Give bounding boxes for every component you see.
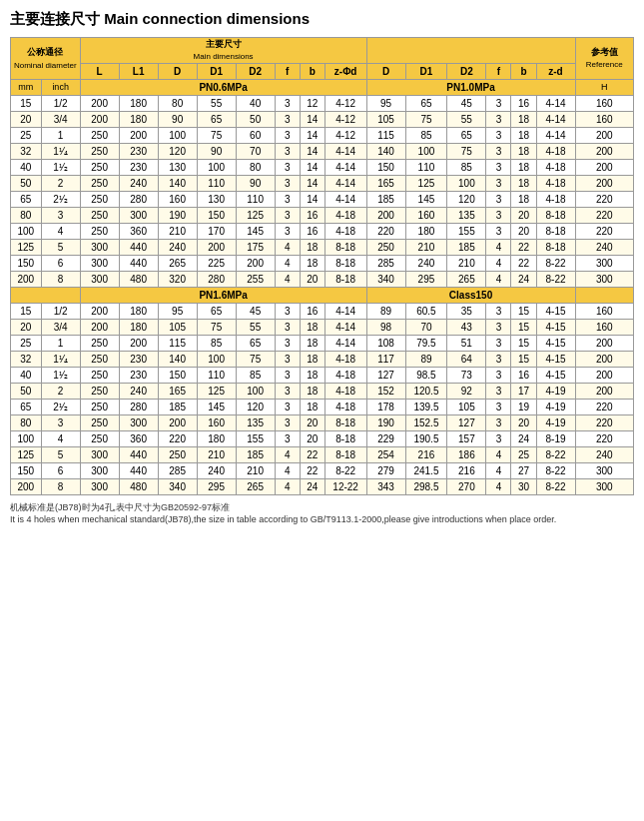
mm-label: mm: [11, 80, 42, 96]
D1-ref-header: D1: [405, 64, 447, 80]
footnote-line2: It is 4 holes when mechanical standard(J…: [10, 514, 634, 524]
inch-label: inch: [41, 80, 80, 96]
H-spacer2: [575, 288, 634, 304]
D2-ref-header: D2: [447, 64, 486, 80]
table-row: 502250240140110903144-141651251003184-18…: [11, 176, 634, 192]
units-row: mm inch PN0.6MPa PN1.0MPa H: [11, 80, 634, 96]
b-header: b: [300, 64, 324, 80]
table-subheader: L L1 D D1 D2 f b z-Φd D D1 D2 f b z-d: [11, 64, 634, 80]
pn16-section-label: PN1.6MPa: [80, 288, 366, 304]
table-header-top: 公称通径Nominal diameter 主要尺寸Main dimensions…: [11, 38, 634, 64]
pn06-label: PN0.6MPa: [80, 80, 366, 96]
class150-section-label: Class150: [366, 288, 575, 304]
table-row: 203/42001809065503144-1210575553184-1416…: [11, 112, 634, 128]
table-row: 151/22001808055403124-129565453164-14160: [11, 96, 634, 112]
table-row: 25125020010075603144-1211585653184-14200: [11, 128, 634, 144]
table-row: 401¹⁄₂250230150110853184-1812798.5733164…: [11, 368, 634, 384]
table-row: 20083004803202802554208-183402952654248-…: [11, 272, 634, 288]
table-row: 8032503001901501253164-182001601353208-1…: [11, 208, 634, 224]
table-row: 12553004402502101854228-182542161864258-…: [11, 447, 634, 463]
table-row: 15063004402852402104228-22279241.5216427…: [11, 463, 634, 479]
table-row: 25125020011585653184-1410879.5513154-152…: [11, 336, 634, 352]
f-ref-header: f: [486, 64, 511, 80]
footnote-line1: 机械标准是(JB78)时为4孔,表中尺寸为GB20592-97标准: [10, 501, 634, 514]
table-row: 151/22001809565453164-148960.5353154-151…: [11, 304, 634, 320]
table-row: 200830048034029526542412-22343298.527043…: [11, 479, 634, 495]
D1-header: D1: [197, 64, 236, 80]
ref-dimensions-header: [366, 38, 575, 64]
table-row: 5022502401651251003184-18152120.5923174-…: [11, 384, 634, 400]
pn10-label: PN1.0MPa: [366, 80, 575, 96]
H-unit: H: [575, 80, 634, 96]
main-dimensions-header: 主要尺寸Main dimensions: [80, 38, 366, 64]
zpd-header: z-Φd: [324, 64, 366, 80]
D-ref-header: D: [366, 64, 405, 80]
table-row: 401¹⁄₂250230130100803144-14150110853184-…: [11, 160, 634, 176]
L-header: L: [80, 64, 119, 80]
table-row: 652¹⁄₂2502801851451203184-18178139.51053…: [11, 400, 634, 415]
table-row: 321¹⁄₄25023012090703144-14140100753184-1…: [11, 144, 634, 160]
mm-inch-spacer: [11, 288, 81, 304]
table-row: 10042503602201801553208-18229190.5157324…: [11, 431, 634, 447]
nominal-diameter-header: 公称通径Nominal diameter: [11, 38, 81, 80]
L1-header: L1: [119, 64, 158, 80]
table-row: 8032503002001601353208-18190152.51273204…: [11, 415, 634, 431]
table-row: 15063004402652252004188-182852402104228-…: [11, 256, 634, 272]
table-row: 12553004402402001754188-182502101854228-…: [11, 240, 634, 256]
table-row: 652¹⁄₂2502801601301103144-14185145120318…: [11, 192, 634, 208]
H-header: 参考值Reference: [575, 38, 634, 80]
D2-header: D2: [236, 64, 275, 80]
footnote-block: 机械标准是(JB78)时为4孔,表中尺寸为GB20592-97标准 It is …: [10, 501, 634, 524]
table-row: 321¹⁄₄250230140100753184-1811789643154-1…: [11, 352, 634, 368]
b-ref-header: b: [511, 64, 536, 80]
table-row: 10042503602101701453164-182201801553208-…: [11, 224, 634, 240]
f-header: f: [275, 64, 300, 80]
zd-ref-header: z-d: [536, 64, 575, 80]
page-title: 主要连接尺寸 Main connection dimensions: [10, 10, 634, 29]
D-header: D: [158, 64, 197, 80]
table-row: 203/420018010575553184-149870433154-1516…: [11, 320, 634, 336]
section2-header-row: PN1.6MPa Class150: [11, 288, 634, 304]
